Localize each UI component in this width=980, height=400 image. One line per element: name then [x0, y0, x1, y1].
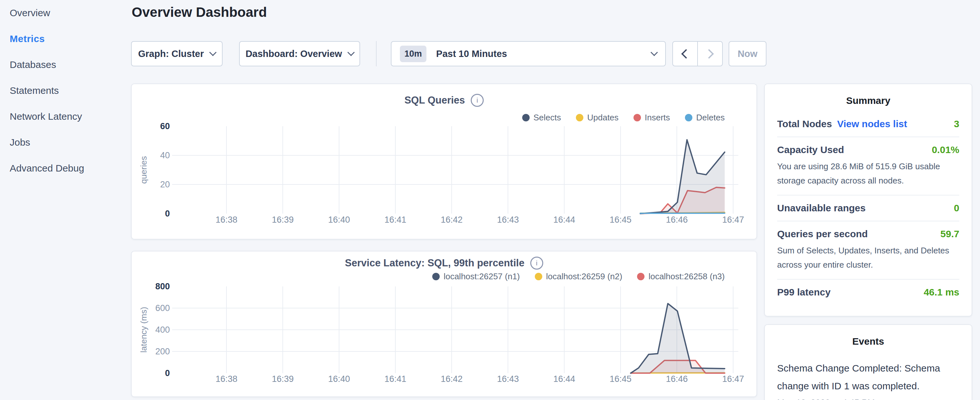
- time-range-picker[interactable]: 10m Past 10 Minutes: [391, 41, 666, 66]
- x-axis-tick-label: 16:39: [272, 374, 294, 384]
- sidebar-item-statements[interactable]: Statements: [0, 78, 131, 104]
- summary-panel: Summary Total NodesView nodes list3Capac…: [764, 83, 972, 317]
- summary-row-label: Queries per second: [777, 228, 868, 239]
- sidebar-item-overview[interactable]: Overview: [0, 0, 131, 26]
- y-axis-tick-label: 0: [165, 368, 170, 378]
- service-latency-chart[interactable]: 16:3816:3916:4016:4116:4216:4316:4416:45…: [132, 252, 758, 398]
- y-axis-tick-label: 800: [155, 282, 170, 291]
- time-range-label: Past 10 Minutes: [436, 49, 507, 59]
- x-axis-tick-label: 16:47: [722, 374, 744, 384]
- graph-dropdown[interactable]: Graph: Cluster: [131, 41, 223, 66]
- summary-row-value: 59.7: [940, 228, 959, 239]
- page-title: Overview Dashboard: [132, 5, 267, 20]
- y-axis-tick-label: 20: [160, 180, 170, 189]
- summary-row: Unavailable ranges0: [777, 195, 959, 221]
- time-range-badge: 10m: [400, 46, 426, 62]
- graph-dropdown-label: Graph: Cluster: [138, 49, 204, 59]
- y-axis-tick-label: 60: [160, 121, 170, 131]
- prev-range-button[interactable]: [673, 42, 697, 66]
- events-list: Schema Change Completed: Schema change w…: [777, 359, 959, 400]
- x-axis-tick-label: 16:42: [441, 374, 463, 384]
- summary-row: P99 latency46.1 ms: [777, 279, 959, 305]
- summary-row-description: You are using 28.6 MiB of 515.9 GiB usab…: [777, 159, 959, 188]
- y-axis-title: queries: [139, 156, 148, 183]
- summary-row-label: P99 latency: [777, 287, 830, 298]
- event-item: Schema Change Completed: Schema change w…: [777, 359, 959, 400]
- x-axis-tick-label: 16:43: [497, 374, 519, 384]
- sql-queries-chart-card: SQL Queries i SelectsUpdatesInsertsDelet…: [131, 83, 757, 239]
- x-axis-tick-label: 16:45: [609, 374, 632, 384]
- x-axis-tick-label: 16:41: [384, 374, 406, 384]
- x-axis-tick-label: 16:40: [328, 215, 350, 225]
- summary-row-label: Capacity Used: [777, 144, 844, 155]
- toolbar-divider: [376, 41, 377, 66]
- summary-row-value: 0: [954, 202, 959, 214]
- x-axis-tick-label: 16:47: [722, 215, 744, 225]
- x-axis-tick-label: 16:45: [609, 215, 632, 225]
- summary-row: Total NodesView nodes list3: [777, 118, 959, 137]
- y-axis-tick-label: 40: [160, 150, 170, 160]
- time-step-buttons: [672, 41, 723, 66]
- y-axis-tick-label: 400: [155, 325, 170, 335]
- sql-queries-chart[interactable]: 16:3816:3916:4016:4116:4216:4316:4416:45…: [132, 84, 758, 240]
- summary-row-label: Unavailable ranges: [777, 202, 865, 214]
- view-nodes-list-link[interactable]: View nodes list: [837, 118, 907, 129]
- y-axis-tick-label: 600: [155, 303, 170, 313]
- chevron-right-icon: [704, 49, 714, 59]
- y-axis-tick-label: 0: [165, 209, 170, 218]
- event-timestamp: May 13, 2020 at 4:45 PM: [777, 398, 959, 400]
- dashboard-dropdown[interactable]: Dashboard: Overview: [239, 41, 360, 66]
- summary-rows: Total NodesView nodes list3Capacity Used…: [777, 118, 959, 305]
- sidebar-item-jobs[interactable]: Jobs: [0, 129, 131, 155]
- y-axis-title: latency (ms): [139, 307, 148, 353]
- summary-row: Queries per second59.7Sum of Selects, Up…: [777, 221, 959, 279]
- summary-row: Capacity Used0.01%You are using 28.6 MiB…: [777, 137, 959, 195]
- chevron-down-icon: [209, 49, 217, 56]
- main-content: Overview Dashboard Graph: Cluster Dashbo…: [131, 0, 757, 400]
- x-axis-tick-label: 16:39: [272, 215, 294, 225]
- x-axis-tick-label: 16:44: [553, 215, 575, 225]
- dashboard-dropdown-label: Dashboard: Overview: [245, 49, 342, 59]
- now-button[interactable]: Now: [729, 41, 767, 66]
- sidebar-item-metrics[interactable]: Metrics: [0, 26, 131, 52]
- x-axis-tick-label: 16:46: [666, 374, 688, 384]
- x-axis-tick-label: 16:40: [328, 374, 350, 384]
- events-title: Events: [777, 336, 959, 347]
- summary-row-label: Total Nodes: [777, 118, 832, 129]
- x-axis-tick-label: 16:46: [666, 215, 688, 225]
- x-axis-tick-label: 16:44: [553, 374, 575, 384]
- sidebar-item-network-latency[interactable]: Network Latency: [0, 104, 131, 129]
- service-latency-chart-card: Service Latency: SQL, 99th percentile i …: [131, 251, 757, 397]
- chevron-left-icon: [681, 49, 691, 59]
- chevron-down-icon: [651, 49, 658, 56]
- y-axis-tick-label: 200: [155, 347, 170, 356]
- summary-row-description: Sum of Selects, Updates, Inserts, and De…: [777, 243, 959, 272]
- events-panel: Events Schema Change Completed: Schema c…: [764, 324, 972, 400]
- sidebar-item-databases[interactable]: Databases: [0, 52, 131, 78]
- sidebar-item-advanced-debug[interactable]: Advanced Debug: [0, 155, 131, 181]
- x-axis-tick-label: 16:43: [497, 215, 519, 225]
- next-range-button[interactable]: [697, 42, 722, 66]
- event-message: Schema Change Completed: Schema change w…: [777, 359, 959, 395]
- summary-row-value: 0.01%: [932, 144, 959, 155]
- series-area: [640, 140, 725, 214]
- sidebar: OverviewMetricsDatabasesStatementsNetwor…: [0, 0, 131, 400]
- chevron-down-icon: [347, 49, 355, 56]
- summary-title: Summary: [777, 95, 959, 106]
- x-axis-tick-label: 16:38: [215, 374, 237, 384]
- summary-row-value: 3: [954, 118, 959, 129]
- x-axis-tick-label: 16:41: [384, 215, 406, 225]
- toolbar: Graph: Cluster Dashboard: Overview 10m P…: [131, 41, 767, 66]
- summary-row-value: 46.1 ms: [924, 287, 959, 298]
- x-axis-tick-label: 16:38: [215, 215, 237, 225]
- x-axis-tick-label: 16:42: [441, 215, 463, 225]
